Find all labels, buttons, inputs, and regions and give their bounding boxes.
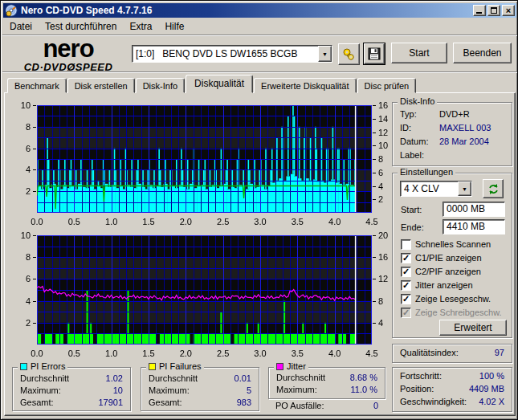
drive-select-value: [1:0] BENQ DVD LS DW1655 BCGB (133, 48, 318, 59)
id-value: MAXELL 003 (439, 123, 491, 133)
schnelles-scannen-checkbox[interactable] (401, 239, 411, 250)
c2-pif-checkbox[interactable]: ✓ (401, 267, 411, 277)
drive-tools-button[interactable] (338, 43, 360, 65)
quality-index-value: 97 (495, 348, 504, 357)
pif-total-label: Gesamt: (149, 398, 182, 407)
scan-speed-select[interactable]: 4 X CLV ▼ (400, 181, 472, 197)
pie-avg-value: 1.02 (106, 373, 123, 383)
advanced-button[interactable]: Erweitert (439, 320, 507, 336)
checkbox-jitter[interactable]: ✓ Jitter anzeigen (401, 279, 473, 291)
checkbox-lesegeschw[interactable]: ✓ Zeige Lesegeschw. (401, 293, 491, 304)
disk-info-group: Disk-Info Typ:DVD+R ID:MAXELL 003 Datum:… (392, 102, 512, 166)
datum-value: 28 Mar 2004 (439, 137, 489, 146)
title-bar: Nero CD-DVD Speed 4.7.7.16 × (3, 3, 516, 18)
pi-errors-panel: PI Errors Durchschnitt1.02 Maximum:10 Ge… (12, 367, 131, 411)
progress-panel: Fortschritt: 100 % Position: 4409 MB Ges… (392, 367, 512, 412)
jitter-label: Jitter anzeigen (415, 280, 473, 290)
jitter-panel: Jitter Durchschnitt8.68 % Maximum:11.0 % (268, 367, 385, 399)
schnelles-scannen-label: Schnelles Scannen (415, 239, 491, 249)
position-value: 4409 MB (469, 384, 504, 393)
typ-label: Typ: (400, 109, 417, 119)
tab-benchmark[interactable]: Benchmark (7, 78, 67, 93)
jitter-checkbox[interactable]: ✓ (401, 280, 411, 291)
progress-label: Fortschritt: (400, 371, 442, 381)
pi-failures-jitter-chart (9, 229, 388, 357)
pif-total-value: 983 (237, 398, 251, 407)
maximize-button[interactable] (487, 5, 500, 16)
quit-button[interactable]: Beenden (453, 43, 512, 63)
menu-datei[interactable]: Datei (3, 19, 39, 34)
pie-max-value: 10 (113, 385, 123, 395)
app-icon (5, 4, 18, 17)
pi-failures-title: PI Failures (159, 361, 202, 371)
schreibgeschw-checkbox: ✓ (401, 308, 411, 318)
drive-select[interactable]: [1:0] BENQ DVD LS DW1655 BCGB ▼ (132, 45, 332, 63)
tab-erweiterte-diskqualitaet[interactable]: Erweiterte Diskqualität (254, 78, 356, 93)
header-separator (2, 71, 517, 73)
pif-max-label: Maximum: (149, 385, 190, 395)
drive-select-arrow[interactable]: ▼ (318, 46, 332, 62)
quality-index-panel: Qualitätsindex: 97 (392, 344, 512, 363)
checkbox-schreibgeschw: ✓ Zeige Schreibgeschw. (401, 307, 502, 318)
pif-avg-value: 0.01 (235, 373, 251, 383)
pi-errors-chart (9, 96, 388, 230)
scan-speed-arrow[interactable]: ▼ (458, 181, 471, 196)
start-field-label: Start: (401, 205, 422, 214)
pie-avg-label: Durchschnitt (20, 373, 69, 383)
menu-bar: Datei Test durchführen Extra Hilfe (3, 18, 516, 35)
tab-strip: Benchmark Disk erstellen Disk-Info Diskq… (7, 75, 417, 93)
jitter-title: Jitter (287, 361, 306, 371)
start-button[interactable]: Start (391, 43, 447, 63)
close-icon: × (506, 6, 511, 15)
tab-disk-info[interactable]: Disk-Info (136, 78, 185, 93)
pie-max-label: Maximum: (20, 385, 61, 395)
checkbox-c2-pif[interactable]: ✓ C2/PIF anzeigen (401, 266, 481, 277)
menu-hilfe[interactable]: Hilfe (158, 19, 190, 34)
start-field[interactable]: 0000 MB (443, 202, 505, 217)
lesegeschw-label: Zeige Lesegeschw. (415, 294, 491, 304)
label-label: Label: (400, 150, 424, 160)
po-failures-value: 0 (373, 401, 378, 410)
progress-value: 100 % (479, 371, 504, 381)
pi-failures-swatch (149, 363, 156, 370)
nero-logo: nero CD·DVDØSPEED (9, 36, 128, 72)
quality-index-label: Qualitätsindex: (400, 348, 459, 357)
menu-test-durchfuehren[interactable]: Test durchführen (39, 19, 123, 34)
checkbox-schnelles-scannen[interactable]: Schnelles Scannen (401, 239, 491, 250)
minimize-button[interactable] (473, 5, 486, 16)
end-field[interactable]: 4410 MB (443, 219, 505, 234)
jitter-avg-label: Durchschnitt (276, 373, 325, 382)
c1-pie-label: C1/PIE anzeigen (415, 253, 482, 263)
pi-errors-swatch (20, 363, 27, 370)
settings-title: Einstellungen (398, 167, 455, 177)
schreibgeschw-label: Zeige Schreibgeschw. (415, 308, 502, 317)
checkbox-c1-pie[interactable]: ✓ C1/PIE anzeigen (401, 252, 482, 263)
tab-diskqualitaet[interactable]: Diskqualität (186, 75, 253, 93)
minimize-icon (476, 12, 482, 14)
pif-max-value: 5 (247, 385, 251, 395)
id-label: ID: (400, 123, 411, 133)
end-field-label: Ende: (401, 222, 424, 232)
app-window: Nero CD-DVD Speed 4.7.7.16 × Datei Test … (0, 0, 518, 420)
maximize-icon (491, 7, 497, 14)
quit-button-label: Beenden (463, 47, 501, 59)
lesegeschw-checkbox[interactable]: ✓ (401, 294, 411, 304)
tab-disc-pruefen[interactable]: Disc prüfen (357, 78, 417, 93)
close-button[interactable]: × (502, 5, 515, 16)
nero-logo-text: nero (9, 36, 128, 61)
po-failures-label: PO Ausfälle: (275, 401, 324, 410)
jitter-max-value: 11.0 % (351, 385, 377, 394)
po-failures-row: PO Ausfälle: 0 (268, 401, 385, 413)
refresh-button[interactable] (483, 179, 504, 198)
tab-disk-erstellen[interactable]: Disk erstellen (67, 78, 135, 93)
advanced-button-label: Erweitert (454, 322, 491, 333)
jitter-max-label: Maximum: (276, 385, 317, 394)
jitter-avg-value: 8.68 % (350, 373, 377, 382)
speed-label: Geschwindigkeit: (400, 397, 467, 406)
c1-pie-checkbox[interactable]: ✓ (401, 253, 411, 263)
start-button-label: Start (409, 47, 429, 59)
c2-pif-label: C2/PIF anzeigen (415, 267, 481, 276)
menu-extra[interactable]: Extra (123, 19, 158, 34)
scan-speed-value: 4 X CLV (401, 183, 458, 194)
save-button[interactable] (364, 43, 385, 64)
